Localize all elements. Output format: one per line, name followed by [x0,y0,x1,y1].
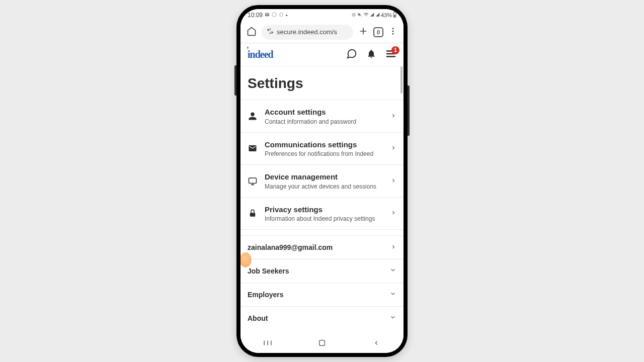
svg-point-8 [392,30,394,32]
browser-toolbar: secure.indeed.com/s 0 [240,21,404,43]
privacy-settings-item[interactable]: Privacy settings Information about Indee… [240,197,404,230]
item-title: Account settings [265,107,383,117]
signal-icon-2 [375,12,380,18]
tabs-button[interactable]: 0 [373,27,383,37]
more-notifications-icon: • [286,13,288,18]
svg-rect-15 [319,340,325,346]
item-title: Privacy settings [265,205,383,215]
svg-rect-10 [249,178,257,184]
lock-icon [248,209,258,218]
status-time: 10:09 [248,12,263,19]
browser-overflow-icon[interactable] [388,27,397,38]
svg-rect-6 [394,15,395,17]
chevron-right-icon [390,112,396,121]
communications-settings-item[interactable]: Communications settings Preferences for … [240,132,404,165]
settings-list: Account settings Contact information and… [240,100,404,333]
whatsapp-icon [272,12,277,18]
accordion-label: Job Seekers [248,267,289,275]
android-nav-bar [240,333,404,353]
mute-icon [357,12,362,18]
about-accordion[interactable]: About [240,306,404,330]
battery-percent: 43% [381,12,392,18]
item-text: Device management Manage your active dev… [265,172,383,190]
item-subtitle: Information about Indeed privacy setting… [265,215,383,222]
url-text: secure.indeed.com/s [277,28,337,36]
item-title: Communications settings [265,140,383,150]
home-icon[interactable] [247,26,257,38]
chevron-down-icon [389,290,396,299]
signal-icon-1 [370,12,374,18]
screen: 10:09 • [240,9,404,353]
page-content: indeed 1 Settings [240,43,404,333]
accordion-label: Employers [248,291,284,299]
person-icon [248,112,258,121]
indeed-logo[interactable]: indeed [248,49,273,60]
messages-icon[interactable] [346,48,357,61]
menu-button[interactable]: 1 [385,48,396,61]
page-title: Settings [240,66,404,100]
section-divider [240,229,404,235]
svg-point-1 [280,13,283,17]
device-management-item[interactable]: Device management Manage your active dev… [240,164,404,197]
site-header: indeed 1 [240,43,404,66]
mail-icon [248,144,258,153]
employers-accordion[interactable]: Employers [240,283,404,306]
header-actions: 1 [346,48,396,61]
status-left: 10:09 • [248,12,288,19]
chevron-down-icon [389,266,396,276]
notifications-icon[interactable] [366,49,376,61]
android-status-bar: 10:09 • [240,9,404,21]
chevron-right-icon [390,176,396,186]
item-subtitle: Manage your active devices and sessions [265,183,383,190]
svg-point-0 [272,13,276,17]
url-bar[interactable]: secure.indeed.com/s [262,25,353,40]
svg-point-9 [392,33,394,34]
chevron-right-icon [390,209,396,218]
alarm-icon [351,12,356,18]
back-button[interactable] [371,338,381,348]
email-row[interactable]: zainalana999@gmail.com [240,235,404,259]
sync-icon [279,12,284,18]
monitor-icon [248,176,258,186]
status-right: 43% [351,12,396,19]
svg-point-7 [392,28,394,29]
item-text: Account settings Contact information and… [265,107,383,125]
svg-rect-5 [394,12,395,13]
wifi-icon [363,12,369,18]
gmail-icon [265,12,270,18]
accordion-label: About [248,314,268,322]
item-text: Privacy settings Information about Indee… [265,205,383,223]
site-settings-icon [267,28,274,36]
item-title: Device management [265,172,383,182]
chevron-down-icon [389,314,396,323]
email-label: zainalana999@gmail.com [248,243,333,251]
item-subtitle: Contact information and password [265,118,383,125]
menu-badge: 1 [391,46,399,54]
tabs-count: 0 [377,29,380,35]
item-subtitle: Preferences for notifications from Indee… [265,150,383,157]
recents-button[interactable] [263,338,273,348]
job-seekers-accordion[interactable]: Job Seekers [240,259,404,283]
chevron-right-icon [390,243,396,252]
new-tab-icon[interactable] [358,26,368,38]
account-settings-item[interactable]: Account settings Contact information and… [240,100,404,132]
scrollbar-thumb[interactable] [400,66,403,94]
home-button[interactable] [317,338,327,348]
phone-frame: 10:09 • [236,5,408,357]
item-text: Communications settings Preferences for … [265,140,383,158]
svg-rect-11 [250,213,256,217]
battery-icon [393,12,396,19]
chevron-right-icon [390,144,396,153]
